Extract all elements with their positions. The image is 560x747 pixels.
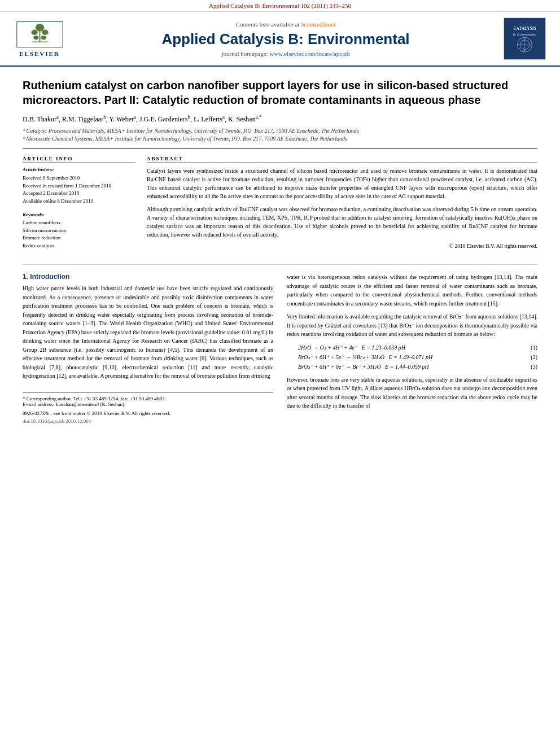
keywords-label: Keywords:	[23, 212, 135, 217]
body-left-column: 1. Introduction High water purity levels…	[23, 273, 273, 424]
received-date: Received 8 September 2010	[23, 174, 135, 182]
contents-label: Contents lists available at	[236, 21, 300, 28]
issn-line: 0926-3373/$ – see front matter © 2010 El…	[23, 410, 273, 416]
svg-point-4	[35, 24, 43, 31]
elsevier-brand-text: ELSEVIER	[19, 50, 60, 57]
eq3-formula: BrO₃⁻ + 6H⁺ + 6e⁻ → Br⁻ + 3H₂O E = 1.44–…	[287, 364, 520, 370]
article-history-block: Article history: Received 8 September 20…	[23, 167, 135, 205]
svg-point-6	[42, 30, 48, 35]
svg-point-8	[41, 36, 46, 40]
intro-section-title: 1. Introduction	[23, 273, 273, 281]
homepage-url[interactable]: www.elsevier.com/locate/apcatb	[269, 50, 349, 57]
homepage-label: journal homepage:	[221, 50, 268, 57]
section-divider	[23, 264, 537, 265]
equation-2: BrO₃⁻ + 6H⁺ + 5e⁻ → ½Br₂ + 3H₂O E = 1.49…	[287, 354, 537, 360]
citation-text: Applied Catalysis B: Environmental 102 (…	[209, 2, 351, 9]
svg-point-5	[31, 30, 37, 35]
author-jge-gardeniers: J.G.E. Gardeniersb,	[139, 115, 194, 123]
corresponding-author: * Corresponding author. Tel.: +31 53 489…	[23, 396, 273, 401]
journal-center: Contents lists available at ScienceDirec…	[68, 21, 504, 57]
keywords-block: Keywords: Carbon nanofibers Silicon micr…	[23, 212, 135, 250]
equations-block: 2H₂O → O₂ + 4H⁺ + 4e⁻ E = 1.23–0.059 pH …	[287, 344, 537, 370]
eq3-number: (3)	[520, 364, 537, 370]
eq1-formula: 2H₂O → O₂ + 4H⁺ + 4e⁻ E = 1.23–0.059 pH	[287, 344, 520, 351]
body-right-column: water is via heterogeneous redox catalys…	[287, 273, 537, 424]
body-content: 1. Introduction High water purity levels…	[23, 273, 537, 424]
citation-bar: Applied Catalysis B: Environmental 102 (…	[0, 0, 560, 12]
email-address: E-mail address: k.seshan@utwente.nl (K. …	[23, 401, 273, 407]
journal-header: 📖 ELSEVIER Contents lists available at S…	[0, 12, 560, 67]
affiliation-b: ᵇ Mesoscale Chemical Systems, MESA+ Inst…	[23, 135, 537, 143]
abstract-heading: ABSTRACT	[147, 156, 537, 163]
accepted-date: Accepted 2 December 2010	[23, 190, 135, 198]
affiliation-a: ᵃ Catalytic Processes and Materials, MES…	[23, 127, 537, 135]
journal-homepage: journal homepage: www.elsevier.com/locat…	[79, 50, 492, 57]
svg-text:CATALYSIS: CATALYSIS	[513, 26, 536, 31]
svg-point-7	[33, 36, 38, 40]
equation-1: 2H₂O → O₂ + 4H⁺ + 4e⁻ E = 1.23–0.059 pH …	[287, 344, 537, 351]
affiliations-block: ᵃ Catalytic Processes and Materials, MES…	[23, 127, 537, 149]
doi-line: doi:10.1016/j.apcatb.2010.12.004	[23, 418, 273, 424]
abstract-column: ABSTRACT Catalyst layers were synthesize…	[147, 156, 537, 256]
available-date: Available online 8 December 2010	[23, 198, 135, 206]
page: Applied Catalysis B: Environmental 102 (…	[0, 0, 560, 747]
author-rm-tiggelaar: R.M. Tiggelaarb,	[62, 115, 109, 123]
article-content: Ruthenium catalyst on carbon nanofiber s…	[0, 67, 560, 435]
abstract-text-2: Although promising catalytic activity of…	[147, 205, 537, 239]
revised-date: Received in revised form 1 December 2010	[23, 182, 135, 190]
sciencedirect-link[interactable]: ScienceDirect	[301, 21, 335, 28]
authors-line: D.B. Thakura, R.M. Tiggelaarb, Y. Webera…	[23, 114, 537, 124]
author-l-lefferts: L. Leffertsa,	[194, 115, 228, 123]
equation-3: BrO₃⁻ + 6H⁺ + 6e⁻ → Br⁻ + 3H₂O E = 1.44–…	[287, 364, 537, 370]
article-info-column: ARTICLE INFO Article history: Received 8…	[23, 156, 135, 256]
eq2-number: (2)	[520, 354, 537, 360]
keyword-3: Bromate reduction	[23, 234, 135, 242]
sciencedirect-line: Contents lists available at ScienceDirec…	[79, 21, 492, 28]
keyword-4: Redox catalysis	[23, 242, 135, 250]
abstract-text-1: Catalyst layers were synthesized inside …	[147, 167, 537, 200]
history-label: Article history:	[23, 167, 135, 172]
author-db-thakur: D.B. Thakura,	[23, 115, 62, 123]
intro-paragraph: High water purity levels in both industr…	[23, 284, 273, 381]
eq1-number: (1)	[520, 344, 537, 351]
article-info-heading: ARTICLE INFO	[23, 156, 135, 163]
right-paragraph-3: However, bromate ions are very stable in…	[287, 375, 537, 410]
keyword-2: Silicon microreactors	[23, 227, 135, 235]
journal-logo-right: CATALYSIS B: Environmental	[504, 18, 549, 60]
article-title: Ruthenium catalyst on carbon nanofiber s…	[23, 78, 537, 107]
keyword-1: Carbon nanofibers	[23, 219, 135, 227]
svg-text:B: Environmental: B: Environmental	[513, 32, 537, 36]
right-paragraph-1: water is via heterogeneous redox catalys…	[287, 273, 537, 339]
catalysis-logo-box: CATALYSIS B: Environmental	[504, 18, 546, 60]
elsevier-logo: 📖 ELSEVIER	[11, 20, 68, 57]
article-info-abstract: ARTICLE INFO Article history: Received 8…	[23, 156, 537, 256]
author-k-seshan: K. Seshana,*	[228, 115, 261, 123]
footnote-section: * Corresponding author. Tel.: +31 53 489…	[23, 392, 273, 424]
eq2-formula: BrO₃⁻ + 6H⁺ + 5e⁻ → ½Br₂ + 3H₂O E = 1.49…	[287, 354, 520, 360]
journal-title: Applied Catalysis B: Environmental	[79, 30, 492, 48]
copyright-line: © 2010 Elsevier B.V. All rights reserved…	[147, 243, 537, 249]
author-y-weber: Y. Webera,	[109, 115, 139, 123]
